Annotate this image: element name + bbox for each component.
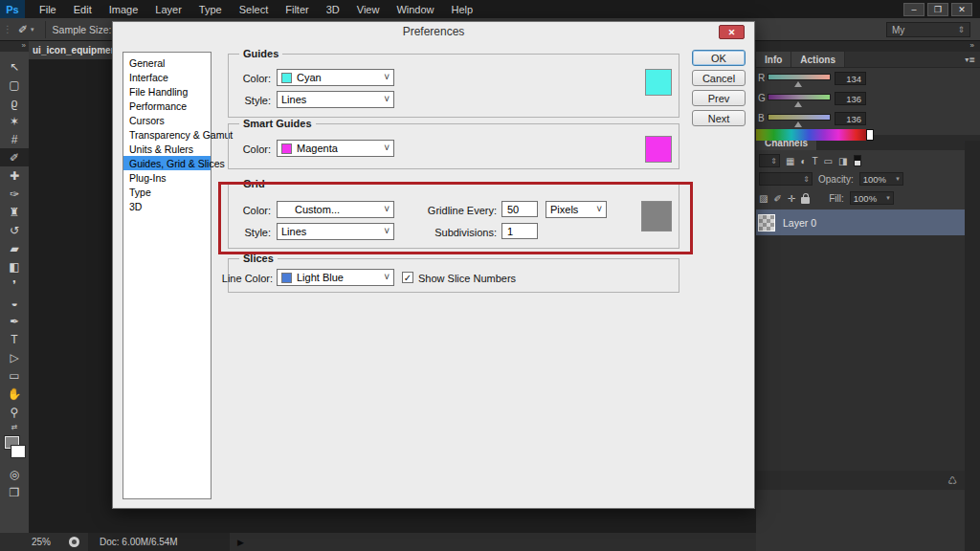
lasso-tool[interactable]: ϱ bbox=[0, 94, 29, 112]
minimize-icon[interactable]: – bbox=[903, 3, 924, 16]
g-slider[interactable] bbox=[768, 94, 831, 100]
quick-mask-icon[interactable]: ◎ bbox=[0, 465, 29, 483]
category-interface[interactable]: Interface bbox=[123, 70, 211, 84]
blend-mode-dropdown[interactable]: ⇕ bbox=[759, 172, 813, 186]
workspace-switcher[interactable]: My ⇕ bbox=[886, 22, 970, 37]
prev-button[interactable]: Prev bbox=[692, 90, 746, 106]
lock-position-icon[interactable]: ✛ bbox=[788, 193, 795, 204]
zoom-tool[interactable]: ⚲ bbox=[0, 403, 29, 421]
collapse-panels-icon[interactable]: » bbox=[756, 41, 980, 52]
brush-tool[interactable]: ✑ bbox=[0, 185, 29, 203]
smart-guides-color-dropdown[interactable]: Magenta ˅ bbox=[277, 140, 394, 157]
history-brush-tool[interactable]: ↺ bbox=[0, 221, 29, 239]
menu-edit[interactable]: Edit bbox=[65, 0, 100, 18]
menu-file[interactable]: File bbox=[31, 0, 65, 18]
category-file-handling[interactable]: File Handling bbox=[123, 84, 211, 99]
hand-tool[interactable]: ✋ bbox=[0, 385, 29, 403]
magic-wand-tool[interactable]: ✶ bbox=[0, 112, 29, 130]
category-type[interactable]: Type bbox=[123, 185, 211, 199]
category-plug-ins[interactable]: Plug-Ins bbox=[123, 170, 211, 185]
menu-image[interactable]: Image bbox=[100, 0, 147, 18]
white-cap-swatch[interactable] bbox=[866, 129, 874, 141]
move-tool[interactable]: ↖ bbox=[0, 57, 29, 76]
filter-pixel-icon[interactable]: ▦ bbox=[786, 156, 794, 166]
path-selection-tool[interactable]: ▷ bbox=[0, 348, 29, 366]
menu-select[interactable]: Select bbox=[231, 0, 278, 18]
screen-mode-icon[interactable]: ❐ bbox=[0, 483, 29, 501]
menu-layer[interactable]: Layer bbox=[146, 0, 190, 18]
collapse-tools-icon[interactable]: » bbox=[0, 41, 29, 52]
category-transparency-gamut[interactable]: Transparency & Gamut bbox=[123, 127, 211, 142]
show-slice-numbers-checkbox[interactable]: ✓ bbox=[402, 272, 413, 283]
chevron-down-icon[interactable]: ▾ bbox=[896, 175, 900, 183]
crop-tool[interactable]: # bbox=[0, 130, 29, 148]
restore-icon[interactable]: ❐ bbox=[927, 3, 948, 16]
menu-filter[interactable]: Filter bbox=[277, 0, 317, 18]
r-value[interactable]: 134 bbox=[835, 72, 866, 85]
filter-shape-icon[interactable]: ▭ bbox=[824, 156, 833, 166]
ok-button[interactable]: OK bbox=[692, 50, 746, 66]
r-slider-thumb[interactable] bbox=[794, 81, 802, 87]
pen-tool[interactable]: ✒ bbox=[0, 312, 29, 330]
marquee-tool[interactable]: ▢ bbox=[0, 76, 29, 94]
filter-smart-object-icon[interactable]: ◨ bbox=[838, 156, 847, 166]
eraser-tool[interactable]: ▰ bbox=[0, 239, 29, 257]
tab-actions[interactable]: Actions bbox=[791, 52, 845, 67]
panel-menu-icon[interactable]: ▾≣ bbox=[965, 55, 980, 67]
chevron-down-icon[interactable]: ▾ bbox=[886, 194, 890, 202]
r-slider[interactable] bbox=[768, 74, 831, 80]
type-tool[interactable]: T bbox=[0, 330, 29, 348]
swap-colors-icon[interactable]: ⇄ bbox=[0, 421, 29, 433]
healing-brush-tool[interactable]: ✚ bbox=[0, 166, 29, 185]
zoom-level[interactable]: 25% bbox=[32, 537, 51, 547]
eyedropper-tool[interactable]: ✐ bbox=[0, 148, 29, 166]
category-general[interactable]: General bbox=[123, 55, 211, 70]
category-cursors[interactable]: Cursors bbox=[123, 113, 211, 127]
lock-transparency-icon[interactable]: ▨ bbox=[759, 193, 768, 204]
chevron-down-icon[interactable]: ▾ bbox=[30, 26, 38, 33]
status-menu-arrow-icon[interactable]: ▶ bbox=[237, 538, 244, 547]
guides-color-preview-swatch[interactable] bbox=[645, 69, 672, 96]
line-color-dropdown[interactable]: Light Blue ˅ bbox=[277, 269, 394, 286]
layer-filter-dropdown[interactable]: ⇕ bbox=[759, 154, 780, 167]
close-window-icon[interactable]: ✕ bbox=[951, 3, 972, 16]
menu-3d[interactable]: 3D bbox=[318, 0, 348, 18]
category-performance[interactable]: Performance bbox=[123, 99, 211, 113]
guides-style-dropdown[interactable]: Lines ˅ bbox=[277, 91, 394, 108]
smart-guides-color-preview-swatch[interactable] bbox=[645, 136, 672, 163]
b-value[interactable]: 136 bbox=[835, 112, 866, 125]
cancel-button[interactable]: Cancel bbox=[692, 70, 746, 86]
layer-row[interactable]: Layer 0 bbox=[756, 209, 965, 235]
layer-name[interactable]: Layer 0 bbox=[783, 217, 816, 229]
filter-toggle-icon[interactable] bbox=[854, 155, 861, 166]
category-3d[interactable]: 3D bbox=[123, 199, 211, 213]
layer-thumbnail[interactable] bbox=[758, 214, 775, 231]
gradient-tool[interactable]: ◧ bbox=[0, 257, 29, 276]
filter-type-icon[interactable]: T bbox=[813, 156, 818, 166]
blur-tool[interactable]: ❜ bbox=[0, 276, 29, 294]
close-dialog-icon[interactable]: ✕ bbox=[719, 25, 745, 39]
g-slider-thumb[interactable] bbox=[794, 101, 802, 107]
menu-type[interactable]: Type bbox=[190, 0, 231, 18]
b-slider-thumb[interactable] bbox=[794, 121, 802, 127]
guides-color-dropdown[interactable]: Cyan ˅ bbox=[277, 69, 394, 86]
g-value[interactable]: 136 bbox=[835, 92, 866, 105]
menu-view[interactable]: View bbox=[348, 0, 389, 18]
lock-pixels-icon[interactable]: ✐ bbox=[773, 193, 781, 204]
background-color-swatch[interactable] bbox=[11, 446, 25, 457]
filter-adjustment-icon[interactable]: ◐ bbox=[800, 156, 806, 166]
category-units-rulers[interactable]: Units & Rulers bbox=[123, 142, 211, 156]
color-spectrum-ramp[interactable] bbox=[756, 129, 874, 141]
tab-info[interactable]: Info bbox=[756, 52, 791, 67]
lock-all-icon[interactable] bbox=[801, 197, 810, 204]
eyedropper-icon[interactable]: ✐ bbox=[16, 23, 30, 36]
shape-tool[interactable]: ▭ bbox=[0, 366, 29, 385]
dodge-tool[interactable]: ◒ bbox=[0, 294, 29, 312]
b-slider[interactable] bbox=[768, 114, 831, 121]
menu-help[interactable]: Help bbox=[443, 0, 482, 18]
menu-window[interactable]: Window bbox=[388, 0, 442, 18]
category-guides-grid-slices[interactable]: Guides, Grid & Slices bbox=[123, 156, 211, 170]
opacity-value[interactable]: 100% ▾ bbox=[859, 172, 903, 186]
fill-value[interactable]: 100% ▾ bbox=[850, 191, 894, 205]
delete-layer-icon[interactable]: ♺ bbox=[947, 474, 965, 487]
